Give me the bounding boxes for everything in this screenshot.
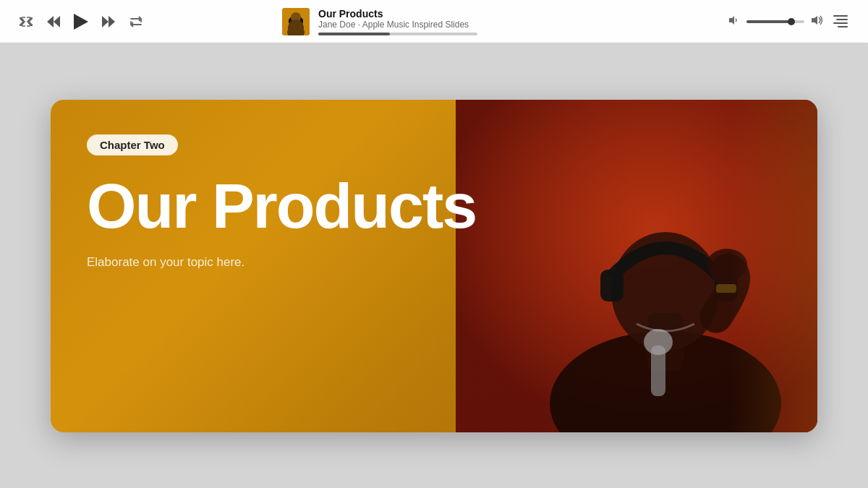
list-line-1: [833, 15, 848, 17]
svg-rect-9: [282, 8, 310, 35]
shuffle-button[interactable]: [17, 13, 35, 30]
track-subtitle: Jane Doe · Apple Music Inspired Slides: [318, 20, 469, 30]
repeat-button[interactable]: [127, 13, 145, 30]
svg-point-11: [290, 14, 302, 27]
slide-card: Chapter Two Our Products Elaborate on yo…: [51, 100, 817, 432]
fast-forward-button[interactable]: [100, 13, 117, 30]
slide-description: Elaborate on your topic here.: [87, 253, 475, 272]
volume-knob: [788, 18, 795, 25]
list-line-2: [836, 19, 848, 20]
playlist-button[interactable]: [830, 12, 851, 30]
volume-high-icon: [812, 15, 823, 27]
svg-point-24: [644, 329, 673, 355]
volume-bar-fill: [746, 20, 793, 23]
svg-rect-13: [299, 19, 303, 24]
slide-main-title: Our Products: [87, 176, 475, 236]
svg-rect-12: [289, 19, 292, 24]
svg-point-10: [287, 27, 305, 35]
svg-marker-8: [109, 16, 115, 27]
svg-marker-6: [74, 14, 88, 30]
volume-slider[interactable]: [746, 20, 804, 23]
track-thumbnail-image: [282, 8, 310, 35]
track-thumbnail: [282, 8, 310, 35]
transport-center: Our Products Jane Doe · Apple Music Insp…: [282, 8, 586, 35]
svg-point-22: [707, 249, 747, 281]
chapter-badge-label: Chapter Two: [100, 139, 165, 151]
rewind-button[interactable]: [45, 13, 62, 30]
list-line-3: [833, 22, 848, 24]
volume-low-icon: [729, 15, 739, 27]
transport-controls-left: [17, 13, 145, 30]
svg-marker-15: [812, 16, 817, 25]
svg-marker-4: [54, 16, 60, 27]
progress-bar[interactable]: [318, 33, 477, 35]
track-info-progress: Our Products Jane Doe · Apple Music Insp…: [318, 8, 586, 35]
progress-bar-fill: [318, 33, 390, 35]
svg-marker-14: [729, 16, 734, 25]
svg-rect-25: [716, 284, 736, 293]
transport-controls-right: [729, 12, 851, 30]
svg-rect-20: [600, 270, 624, 301]
slide-text-content: Chapter Two Our Products Elaborate on yo…: [51, 100, 511, 432]
list-line-4: [838, 26, 848, 27]
svg-marker-5: [47, 16, 54, 27]
track-title: Our Products: [318, 8, 383, 20]
svg-marker-7: [102, 16, 109, 27]
track-title-row: Our Products Jane Doe · Apple Music Insp…: [318, 8, 586, 30]
play-button[interactable]: [72, 13, 90, 30]
transport-bar: Our Products Jane Doe · Apple Music Insp…: [0, 0, 868, 43]
chapter-badge: Chapter Two: [87, 134, 178, 155]
main-content: Chapter Two Our Products Elaborate on yo…: [0, 43, 868, 488]
